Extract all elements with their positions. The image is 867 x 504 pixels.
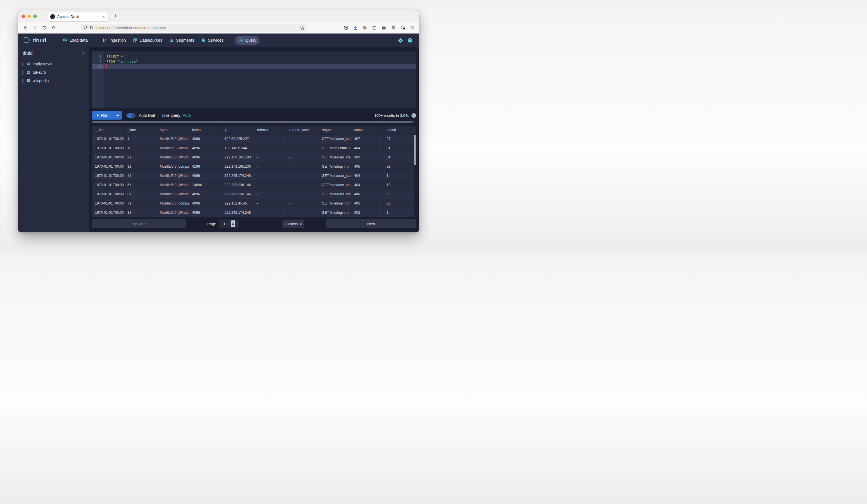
cell-agent: Mozilla/5.0 (compa bbox=[157, 199, 189, 208]
table-name: wikipedia bbox=[33, 78, 49, 83]
column-header-userid[interactable]: userid bbox=[384, 126, 416, 135]
home-icon[interactable] bbox=[49, 24, 58, 32]
reload-icon[interactable] bbox=[39, 24, 49, 32]
table-row[interactable]: 1970-01-01T00:0041 Mozilla/5.0 (Windo409… bbox=[92, 171, 416, 181]
cell-request: GET /index.html H bbox=[319, 144, 351, 153]
double-caret-icon bbox=[300, 222, 302, 225]
downloads-icon[interactable] bbox=[351, 24, 360, 32]
new-tab-button[interactable]: + bbox=[112, 13, 119, 19]
scrollbar-thumb[interactable] bbox=[92, 121, 413, 123]
url-text[interactable]: localhost:8888/unified-console.html#quer… bbox=[96, 26, 298, 30]
cell-status: 406 bbox=[351, 190, 384, 199]
column-header-__time[interactable]: __time bbox=[92, 126, 125, 135]
url-bar[interactable]: localhost:8888/unified-console.html#quer… bbox=[81, 24, 307, 32]
nav-services[interactable]: Services bbox=[197, 36, 227, 45]
page-number-field bbox=[219, 219, 238, 228]
chevron-right-icon[interactable]: ❯ bbox=[21, 62, 24, 66]
step-down-icon[interactable] bbox=[232, 224, 234, 226]
page-stepper[interactable] bbox=[231, 221, 235, 227]
previous-page-button[interactable]: Previous bbox=[92, 219, 186, 228]
zoom-window-button[interactable] bbox=[33, 14, 37, 18]
rows-per-page-select[interactable]: 20 rows bbox=[282, 219, 304, 228]
auto-limit-toggle[interactable] bbox=[126, 113, 136, 118]
cell-_time: 11 bbox=[125, 144, 157, 153]
column-header-request[interactable]: request bbox=[319, 126, 351, 135]
cell-userid: 31 bbox=[384, 153, 416, 162]
run-more-button[interactable]: ••• bbox=[113, 111, 122, 120]
cell-agent: Mozilla/5.0 (Windo bbox=[157, 144, 189, 153]
table-row[interactable]: 1970-01-01T00:0071 Mozilla/5.0 (compa400… bbox=[92, 199, 416, 208]
column-header-referrer[interactable]: referrer bbox=[254, 126, 287, 135]
table-row[interactable]: 1970-01-01T00:0081 Mozilla/5.0 (Windo409… bbox=[92, 208, 416, 217]
help-button[interactable]: ? bbox=[405, 36, 415, 44]
bookmark-star-icon[interactable] bbox=[300, 25, 305, 30]
nav-datasources[interactable]: Datasources bbox=[129, 36, 165, 45]
results-table: __time_timeagentbytesipreferrerremote_us… bbox=[92, 126, 416, 217]
sidebars-icon[interactable] bbox=[370, 24, 379, 32]
download-results-icon[interactable] bbox=[411, 113, 416, 118]
schema-name[interactable]: druid bbox=[23, 51, 82, 56]
step-up-icon[interactable] bbox=[232, 222, 234, 224]
nav-segments[interactable]: Segments bbox=[165, 36, 197, 45]
table-row[interactable]: 1970-01-01T00:0031 Mozilla/5.0 (compa419… bbox=[92, 162, 416, 171]
table-name: imply-news bbox=[33, 62, 52, 66]
back-icon[interactable] bbox=[20, 24, 30, 32]
sort-icon[interactable] bbox=[82, 52, 84, 55]
table-row[interactable]: 1970-01-01T00:001 Mozilla/5.0 (Windo4096… bbox=[92, 135, 416, 143]
close-tab-icon[interactable]: × bbox=[102, 14, 105, 19]
chevron-right-icon[interactable]: ❯ bbox=[21, 71, 24, 75]
sql-editor[interactable]: 1 SELECT * 2 FROM "tut-avro" 3 bbox=[92, 51, 416, 108]
table-row[interactable]: 1970-01-01T00:0051 Mozilla/5.0 (Windo140… bbox=[92, 181, 416, 190]
column-header-bytes[interactable]: bytes bbox=[189, 126, 222, 135]
page-input[interactable] bbox=[219, 222, 230, 226]
menu-icon[interactable] bbox=[407, 24, 417, 32]
cell-agent: Mozilla/5.0 (Windo bbox=[157, 208, 189, 217]
sidebar-item-tut-avro[interactable]: ❯ tut-avro bbox=[18, 68, 89, 77]
browser-toolbar: localhost:8888/unified-console.html#quer… bbox=[18, 22, 419, 33]
chevron-right-icon[interactable]: ❯ bbox=[21, 79, 24, 83]
druid-logo[interactable]: druid bbox=[23, 36, 46, 44]
column-header-_time[interactable]: _time bbox=[125, 126, 157, 135]
column-header-agent[interactable]: agent bbox=[157, 126, 189, 135]
page-label: Page bbox=[207, 222, 216, 226]
scrollbar-thumb[interactable] bbox=[414, 135, 416, 165]
forward-icon[interactable] bbox=[30, 24, 39, 32]
cell-bytes: 4096 bbox=[189, 135, 222, 143]
page-info-icon[interactable] bbox=[89, 25, 94, 30]
cell-bytes: 4006 bbox=[189, 199, 222, 208]
table-row[interactable]: 1970-01-01T00:0021 Mozilla/5.0 (Windo409… bbox=[92, 153, 416, 162]
sidebar-item-wikipedia[interactable]: ❯ wikipedia bbox=[18, 77, 89, 85]
run-button[interactable]: Run bbox=[92, 111, 113, 120]
cell-status: 404 bbox=[351, 181, 384, 190]
onepassword-icon[interactable] bbox=[398, 24, 407, 32]
fence-extension-icon[interactable] bbox=[379, 24, 388, 32]
pocket-icon[interactable] bbox=[341, 24, 351, 32]
cell-referrer: - bbox=[254, 162, 287, 171]
ublock-icon[interactable]: U0 bbox=[388, 24, 398, 32]
nav-query[interactable]: Query bbox=[235, 36, 260, 45]
settings-button[interactable] bbox=[396, 36, 405, 44]
column-header-status[interactable]: status bbox=[351, 126, 384, 135]
nav-load-data[interactable]: Load data bbox=[59, 36, 91, 45]
close-window-button[interactable] bbox=[22, 14, 25, 18]
cell-status: 302 bbox=[351, 153, 384, 162]
live-query[interactable]: Live query:Auto bbox=[162, 113, 191, 118]
services-icon bbox=[201, 38, 206, 43]
vertical-scrollbar[interactable] bbox=[414, 135, 416, 217]
column-header-remote_user[interactable]: remote_user bbox=[287, 126, 319, 135]
table-row[interactable]: 1970-01-01T00:0061 Mozilla/5.0 (Windo409… bbox=[92, 190, 416, 199]
results-summary: 100+ results in 3.04s bbox=[374, 113, 416, 118]
next-page-button[interactable]: Next bbox=[326, 219, 416, 228]
table-row[interactable]: 1970-01-01T00:0011 Mozilla/5.0 (Windo409… bbox=[92, 143, 416, 153]
library-icon[interactable] bbox=[360, 24, 370, 32]
line-number: 3 bbox=[92, 64, 104, 69]
column-header-ip[interactable]: ip bbox=[222, 126, 254, 135]
horizontal-scrollbar[interactable] bbox=[92, 121, 416, 123]
minimize-window-button[interactable] bbox=[28, 14, 31, 18]
sidebar-item-imply-news[interactable]: ❯ imply-news bbox=[18, 60, 89, 68]
tab-title: Apache Druid bbox=[57, 14, 100, 19]
browser-tab[interactable]: Apache Druid × bbox=[47, 12, 108, 21]
nav-ingestion[interactable]: Ingestion bbox=[99, 36, 129, 45]
shield-icon[interactable] bbox=[83, 25, 87, 30]
gear-icon bbox=[398, 38, 403, 43]
